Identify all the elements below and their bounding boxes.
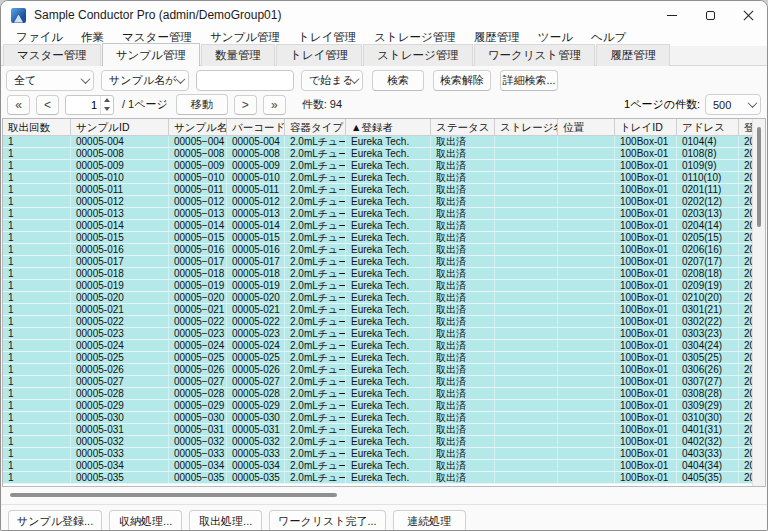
spin-up-button[interactable] (101, 96, 113, 105)
advanced-search-button[interactable]: 詳細検索... (500, 70, 558, 91)
table-row[interactable]: 100005-01400005−01400005-0142.0mLチューブEur… (3, 220, 756, 232)
table-row[interactable]: 100005-03200005−03200005-0322.0mLチューブEur… (3, 436, 756, 448)
search-field-select[interactable]: サンプル名が (101, 70, 189, 91)
table-row[interactable]: 100005-03100005−03100005-0312.0mLチューブEur… (3, 424, 756, 436)
table-row[interactable]: 100005-02600005−02600005-0262.0mLチューブEur… (3, 364, 756, 376)
table-cell: 00005-009 (71, 160, 169, 171)
table-cell: 00005-024 (71, 340, 169, 351)
table-row[interactable]: 100005-02900005−02900005-0292.0mLチューブEur… (3, 400, 756, 412)
column-header-tray-id[interactable]: トレイID (615, 119, 677, 135)
table-row[interactable]: 100005-02400005−02400005-0242.0mLチューブEur… (3, 340, 756, 352)
tab-sample-mgmt[interactable]: サンプル管理 (102, 43, 200, 66)
table-row[interactable]: 100005-02100005−02100005-0212.0mLチューブEur… (3, 304, 756, 316)
worklist-complete-button[interactable]: ワークリスト完了... (269, 510, 385, 531)
next-page-button[interactable]: > (234, 95, 257, 115)
search-button[interactable]: 検索 (372, 70, 424, 91)
tab-master-mgmt[interactable]: マスター管理 (3, 44, 101, 66)
table-row[interactable]: 100005-02200005−02200005-0222.0mLチューブEur… (3, 316, 756, 328)
search-scope-select[interactable]: 全て (6, 70, 94, 91)
tab-tray-mgmt[interactable]: トレイ管理 (276, 44, 362, 66)
go-page-button[interactable]: 移動 (176, 94, 228, 115)
minimize-icon (667, 15, 677, 16)
table-cell: 00005−009 (169, 160, 227, 171)
window-title: Sample Conductor Pro (admin/DemoGroup01) (34, 8, 281, 22)
register-sample-button[interactable]: サンプル登録... (8, 510, 102, 531)
table-row[interactable]: 100005-00400005−00400005-0042.0mLチューブEur… (3, 136, 756, 148)
tab-quantity-mgmt[interactable]: 数量管理 (201, 44, 275, 66)
table-cell (558, 436, 615, 447)
spin-down-button[interactable] (101, 105, 113, 114)
column-header-position[interactable]: 位置 (558, 119, 615, 135)
vertical-scrollbar-thumb[interactable] (757, 127, 761, 227)
retrieve-process-button[interactable]: 取出処理... (189, 510, 262, 531)
table-row[interactable]: 100005-01200005−01200005-0122.0mLチューブEur… (3, 196, 756, 208)
vertical-scrollbar[interactable] (752, 119, 765, 486)
table-row[interactable]: 100005-01300005−01300005-0132.0mLチューブEur… (3, 208, 756, 220)
column-header-address[interactable]: アドレス (677, 119, 739, 135)
maximize-button[interactable] (691, 1, 729, 29)
store-process-button[interactable]: 収納処理... (109, 510, 182, 531)
table-cell (558, 352, 615, 363)
table-row[interactable]: 100005-02700005−02700005-0272.0mLチューブEur… (3, 376, 756, 388)
search-match-select[interactable]: で始まる (301, 70, 363, 91)
table-cell: 100Box-01 (615, 424, 677, 435)
table-cell: 1 (3, 148, 71, 159)
per-page-label: 1ページの件数: (624, 97, 700, 112)
table-row[interactable]: 100005-01700005−01700005-0172.0mLチューブEur… (3, 256, 756, 268)
table-row[interactable]: 100005-02500005−02500005-0252.0mLチューブEur… (3, 352, 756, 364)
first-page-button[interactable]: « (7, 95, 30, 115)
table-row[interactable]: 100005-01800005−01800005-0182.0mLチューブEur… (3, 268, 756, 280)
table-row[interactable]: 100005-00800005−00800005-0082.0mLチューブEur… (3, 148, 756, 160)
tab-worklist-mgmt[interactable]: ワークリスト管理 (474, 44, 595, 66)
search-input[interactable] (196, 70, 294, 91)
horizontal-scrollbar[interactable] (2, 488, 766, 501)
column-header-barcode[interactable]: バーコード (227, 119, 285, 135)
table-cell: 00005-012 (71, 196, 169, 207)
table-cell: 100Box-01 (615, 388, 677, 399)
table-row[interactable]: 100005-02800005−02800005-0282.0mLチューブEur… (3, 388, 756, 400)
table-cell (495, 436, 558, 447)
table-cell (558, 256, 615, 267)
page-number-input[interactable] (66, 96, 100, 114)
table-cell (558, 172, 615, 183)
horizontal-scrollbar-thumb[interactable] (10, 493, 337, 497)
column-header-sample-name[interactable]: サンプル名 (169, 119, 227, 135)
clear-search-button[interactable]: 検索解除 (433, 70, 491, 91)
table-row[interactable]: 100005-02000005−02000005-0202.0mLチューブEur… (3, 292, 756, 304)
table-row[interactable]: 100005-03300005−03300005-0332.0mLチューブEur… (3, 448, 756, 460)
column-header-container-type[interactable]: 容器タイプ (285, 119, 346, 135)
minimize-button[interactable] (653, 1, 691, 29)
table-cell: 0301(21) (677, 304, 739, 315)
table-row[interactable]: 100005-03500005−03500005-0352.0mLチューブEur… (3, 472, 756, 484)
table-row[interactable]: 100005-03000005−03000005-0302.0mLチューブEur… (3, 412, 756, 424)
table-row[interactable]: 100005-01500005−01500005-0152.0mLチューブEur… (3, 232, 756, 244)
action-button-bar: サンプル登録... 収納処理... 取出処理... ワークリスト完了... 連続… (1, 504, 767, 531)
table-cell (495, 364, 558, 375)
column-header-registrant-sorted[interactable]: ▲登録者 (346, 119, 431, 135)
table-cell: 2.0mLチューブ (285, 340, 346, 351)
prev-page-button[interactable]: < (36, 95, 59, 115)
table-row[interactable]: 100005-01100005−01100005-0112.0mLチューブEur… (3, 184, 756, 196)
column-header-sample-id[interactable]: サンプルID (71, 119, 169, 135)
per-page-select[interactable]: 500 (705, 94, 761, 115)
table-row[interactable]: 100005-01000005−01000005-0102.0mLチューブEur… (3, 172, 756, 184)
continuous-process-button[interactable]: 連続処理 (393, 510, 466, 531)
table-row[interactable]: 100005-01600005−01600005-0162.0mLチューブEur… (3, 244, 756, 256)
close-button[interactable] (729, 1, 767, 29)
last-page-button[interactable]: » (263, 95, 286, 115)
table-row[interactable]: 100005-00900005−00900005-0092.0mLチューブEur… (3, 160, 756, 172)
table-row[interactable]: 100005-01900005−01900005-0192.0mLチューブEur… (3, 280, 756, 292)
table-cell: 取出済 (431, 352, 495, 363)
table-cell: 0110(10) (677, 172, 739, 183)
column-header-retrieval-count[interactable]: 取出回数 (3, 119, 71, 135)
table-row[interactable]: 100005-02300005−02300005-0232.0mLチューブEur… (3, 328, 756, 340)
column-header-status[interactable]: ステータス (431, 119, 495, 135)
tab-history-mgmt[interactable]: 履歴管理 (596, 44, 670, 66)
table-cell (495, 184, 558, 195)
column-header-storage-name[interactable]: ストレージ名 (495, 119, 558, 135)
table-cell: 1 (3, 304, 71, 315)
table-row[interactable]: 100005-03400005−03400005-0342.0mLチューブEur… (3, 460, 756, 472)
close-icon (743, 10, 754, 21)
tab-storage-mgmt[interactable]: ストレージ管理 (363, 44, 473, 66)
table-cell: 1 (3, 436, 71, 447)
